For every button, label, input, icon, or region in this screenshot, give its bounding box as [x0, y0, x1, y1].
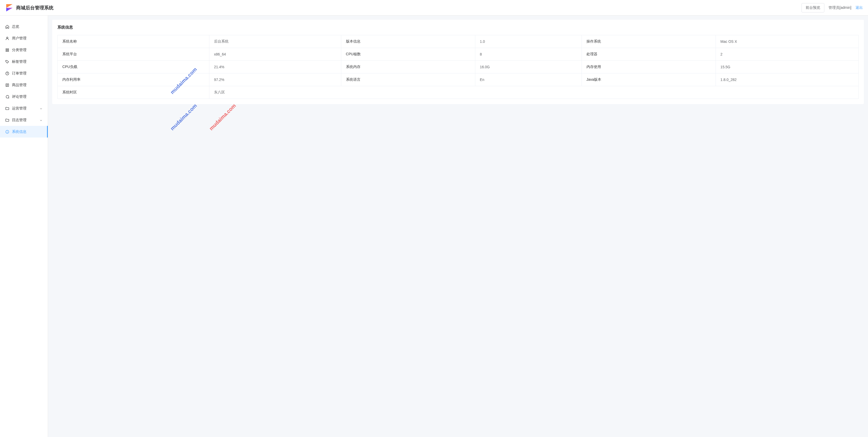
sidebar-item-label: 商品管理: [12, 83, 42, 88]
current-user-label: 管理员[admin]: [829, 5, 851, 10]
home-icon: [5, 25, 9, 29]
sidebar-item-label: 日志管理: [12, 118, 39, 123]
sidebar-item-7[interactable]: 运营管理: [0, 102, 48, 114]
info-value: Mac OS X: [716, 35, 858, 48]
info-label: 系统时区: [58, 86, 209, 99]
info-label: 内存使用: [582, 61, 716, 73]
info-value: 16.0G: [475, 61, 582, 73]
logout-link[interactable]: 退出: [856, 5, 863, 10]
table-row: 内存利用率97.2%系统语言EnJava版本1.8.0_282: [58, 73, 859, 86]
info-value: 97.2%: [209, 73, 341, 86]
product-icon: [5, 83, 9, 87]
info-label: 系统内存: [341, 61, 475, 73]
info-label: 版本信息: [341, 35, 475, 48]
info-value: 2: [716, 48, 858, 61]
info-label: 处理器: [582, 48, 716, 61]
sidebar-item-0[interactable]: 总览: [0, 21, 48, 32]
sidebar-item-label: 总览: [12, 24, 42, 29]
info-value: 后台系统: [209, 35, 341, 48]
info-label: 系统名称: [58, 35, 209, 48]
sidebar-item-label: 订单管理: [12, 71, 42, 76]
sidebar-item-2[interactable]: 分类管理: [0, 44, 48, 56]
svg-marker-5: [6, 4, 12, 8]
comment-icon: [5, 95, 9, 99]
info-value: 东八区: [209, 86, 858, 99]
card-title: 系统信息: [57, 25, 859, 30]
info-label: CPU核数: [341, 48, 475, 61]
app-logo-icon: [5, 4, 13, 12]
header-left: 商城后台管理系统: [5, 4, 54, 12]
tag-icon: [5, 60, 9, 64]
info-value: x86_64: [209, 48, 341, 61]
table-row: CPU负载21.4%系统内存16.0G内存使用15.5G: [58, 61, 859, 73]
sidebar-item-5[interactable]: 商品管理: [0, 79, 48, 91]
sidebar-item-1[interactable]: 用户管理: [0, 32, 48, 44]
table-row: 系统时区东八区: [58, 86, 859, 99]
user-icon: [5, 36, 9, 40]
info-value: 8: [475, 48, 582, 61]
sidebar-item-label: 系统信息: [12, 130, 42, 134]
sidebar-item-9[interactable]: 系统信息: [0, 126, 48, 138]
info-label: 系统平台: [58, 48, 209, 61]
system-info-card: 系统信息 系统名称后台系统版本信息1.0操作系统Mac OS X系统平台x86_…: [52, 20, 864, 104]
order-icon: [5, 71, 9, 75]
sidebar-item-6[interactable]: 评论管理: [0, 91, 48, 102]
info-label: 系统语言: [341, 73, 475, 86]
folder-icon: [5, 106, 9, 110]
info-value: 1.0: [475, 35, 582, 48]
sidebar-item-3[interactable]: 标签管理: [0, 56, 48, 67]
system-info-table: 系统名称后台系统版本信息1.0操作系统Mac OS X系统平台x86_64CPU…: [57, 35, 859, 99]
info-label: CPU负载: [58, 61, 209, 73]
table-row: 系统名称后台系统版本信息1.0操作系统Mac OS X: [58, 35, 859, 48]
sidebar-item-label: 评论管理: [12, 95, 42, 99]
table-row: 系统平台x86_64CPU核数8处理器2: [58, 48, 859, 61]
info-label: 操作系统: [582, 35, 716, 48]
sidebar-item-4[interactable]: 订单管理: [0, 67, 48, 79]
info-label: 内存利用率: [58, 73, 209, 86]
info-value: 21.4%: [209, 61, 341, 73]
info-label: Java版本: [582, 73, 716, 86]
chevron-down-icon: [39, 119, 42, 122]
sidebar-item-label: 分类管理: [12, 48, 42, 53]
chevron-down-icon: [39, 107, 42, 110]
sidebar-item-label: 标签管理: [12, 60, 42, 64]
preview-button[interactable]: 前台预览: [802, 3, 825, 12]
sidebar-item-label: 运营管理: [12, 106, 39, 111]
info-value: En: [475, 73, 582, 86]
info-icon: [5, 130, 9, 134]
sidebar: 总览用户管理分类管理标签管理订单管理商品管理评论管理运营管理日志管理系统信息: [0, 15, 48, 437]
header-right: 前台预览 管理员[admin] 退出: [802, 3, 863, 12]
app-title: 商城后台管理系统: [16, 5, 54, 11]
category-icon: [5, 48, 9, 52]
header: 商城后台管理系统 前台预览 管理员[admin] 退出: [0, 0, 868, 15]
folder-icon: [5, 118, 9, 122]
sidebar-item-label: 用户管理: [12, 36, 42, 41]
sidebar-item-8[interactable]: 日志管理: [0, 114, 48, 126]
info-value: 15.5G: [716, 61, 858, 73]
main-content: 系统信息 系统名称后台系统版本信息1.0操作系统Mac OS X系统平台x86_…: [48, 15, 868, 437]
info-value: 1.8.0_282: [716, 73, 858, 86]
